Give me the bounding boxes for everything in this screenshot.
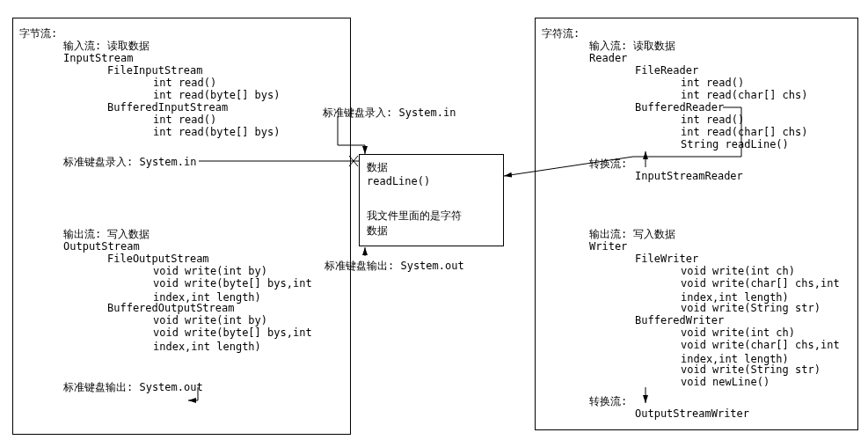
center-data2: 我文件里面的是字符 数据: [367, 209, 496, 238]
byte-stream-title: 字节流:: [19, 26, 57, 40]
conv-in-label: 转换流:: [589, 157, 627, 171]
bis-read2: int read(byte[] bys): [153, 125, 281, 139]
center-readline: readLine(): [367, 175, 496, 187]
writer-label: Writer: [589, 239, 627, 253]
center-kb-out: 标准键盘输出: System.out: [325, 259, 464, 273]
char-stream-title: 字符流:: [542, 26, 580, 40]
bw-w4: void newLine(): [681, 375, 770, 389]
stdout-left-label: 标准键盘输出: System.out: [63, 380, 203, 394]
bos-w2: void write(byte[] bys,int index,int leng…: [153, 326, 312, 354]
inputstreamreader-label: InputStreamReader: [635, 169, 743, 183]
reader-label: Reader: [589, 51, 627, 65]
outputstreamwriter-label: OutputStreamWriter: [635, 407, 749, 421]
conv-out-label: 转换流:: [589, 394, 627, 408]
center-data1: 数据: [367, 160, 496, 175]
br-r3: String readLine(): [681, 137, 789, 151]
center-kb-in: 标准键盘录入: System.in: [323, 106, 456, 120]
center-data-box: 数据 readLine() 我文件里面的是字符 数据: [359, 154, 504, 246]
stdin-left-label: 标准键盘录入: System.in: [63, 155, 196, 169]
